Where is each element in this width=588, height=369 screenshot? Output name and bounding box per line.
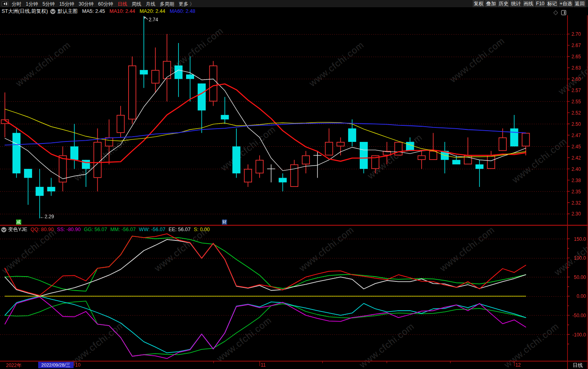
indicator-param: MM: -56.07: [110, 227, 135, 232]
price-axis-label: 2.32: [572, 200, 586, 206]
chevron-down-icon[interactable]: [50, 9, 55, 14]
main-overlay-label[interactable]: 默认主图: [57, 8, 78, 15]
period-tab-更多 〉[interactable]: 更多 〉: [178, 1, 194, 7]
period-tab-月线[interactable]: 月线: [145, 1, 155, 7]
period-tab-日线[interactable]: 日线: [117, 1, 127, 7]
ma-label: MA10: 2.44: [109, 8, 135, 14]
indicator-param: SS: -80.90: [57, 227, 81, 232]
period-tab-60分钟[interactable]: 60分钟: [98, 1, 113, 7]
price-axis-label: 2.47: [572, 133, 586, 138]
toolbar-button-F10[interactable]: F10: [535, 0, 545, 7]
price-axis-label: 2.52: [572, 110, 586, 116]
indicator-axis-label: -100.0: [568, 332, 586, 338]
period-toolbar: 分时1分钟5分钟15分钟30分钟60分钟日线周线月线多周期更多 〉 复权叠加历史…: [0, 0, 588, 7]
toolbar-button-+自选[interactable]: +自选: [559, 0, 573, 7]
split-panel-icon[interactable]: [561, 10, 566, 17]
price-axis-label: 2.45: [572, 144, 586, 150]
symbol-bar: ST大洲(日线,前复权) 默认主图 MA5: 2.45MA10: 2.44MA2…: [0, 7, 588, 15]
price-axis-label: 2.67: [572, 43, 586, 48]
ma-value-labels: MA5: 2.45MA10: 2.44MA20: 2.44MA60: 2.48: [78, 8, 195, 14]
symbol-title: ST大洲(日线,前复权): [2, 8, 48, 15]
indicator-param: S: 0.00: [194, 227, 210, 232]
event-badge-财[interactable]: 财: [222, 219, 227, 225]
price-axis-label: 2.30: [572, 211, 586, 217]
indicator-param: WW: -56.07: [139, 227, 166, 232]
period-tab-周线[interactable]: 周线: [131, 1, 141, 7]
indicator-name[interactable]: 变色YJE: [8, 226, 27, 233]
price-axis-label: 2.38: [572, 178, 586, 183]
price-axis-label: 2.63: [572, 65, 586, 71]
ma-label: MA5: 2.45: [82, 8, 105, 14]
indicator-params: QQ: 80.90SS: -80.90GG: 56.07MM: -56.07WW…: [27, 227, 210, 232]
indicator-axis-label: 50.00: [568, 275, 586, 280]
ma-label: MA60: 2.48: [170, 8, 195, 14]
toolbar-button-统计[interactable]: 统计: [510, 0, 522, 7]
toolbar-button-叠加[interactable]: 叠加: [485, 0, 497, 7]
toolbar-button-历史[interactable]: 历史: [498, 0, 509, 7]
event-badge-减[interactable]: 减: [16, 219, 21, 225]
indicator-param: GG: 56.07: [84, 227, 107, 232]
indicator-axis-label: 100.0: [568, 255, 586, 261]
first-bar-date-box: 2022/09/28/三: [38, 362, 74, 368]
period-tab-多周期[interactable]: 多周期: [160, 1, 174, 7]
price-axis-label: 2.40: [572, 166, 586, 172]
price-axis-label: 2.65: [572, 54, 586, 59]
period-tab-30分钟[interactable]: 30分钟: [79, 1, 94, 7]
price-axis-label: 2.60: [572, 76, 586, 82]
toolbar-button-画线[interactable]: 画线: [522, 0, 534, 7]
month-mark: 11: [261, 362, 266, 368]
period-label: 日线: [573, 362, 583, 369]
period-tab-5分钟[interactable]: 5分钟: [43, 1, 55, 7]
diamond-icon[interactable]: [553, 10, 558, 17]
toolbar-button-复权[interactable]: 复权: [473, 0, 484, 7]
collapse-panel-icon[interactable]: [2, 1, 8, 6]
time-axis-bar: 2022年 2022/09/28/三 101112 日线: [0, 361, 588, 369]
month-mark: 10: [75, 362, 80, 368]
indicator-param: EE: 56.07: [168, 227, 191, 232]
chart-canvas[interactable]: [0, 0, 588, 369]
price-axis-label: 2.50: [572, 121, 586, 127]
price-axis-label: 2.35: [572, 189, 586, 195]
indicator-axis-label: 0.00: [568, 293, 586, 299]
ma-label: MA20: 2.44: [139, 8, 165, 14]
period-tab-15分钟[interactable]: 15分钟: [59, 1, 74, 7]
month-mark: 12: [515, 362, 520, 368]
indicator-axis-label: 150.0: [568, 236, 586, 242]
indicator-chevron-down-icon[interactable]: [1, 227, 6, 232]
indicator-param: QQ: 80.90: [31, 227, 54, 232]
period-tab-分时[interactable]: 分时: [12, 1, 21, 7]
toolbar-button-标记[interactable]: 标记: [546, 0, 558, 7]
price-axis-label: 2.57: [572, 88, 586, 93]
indicator-axis-label: -50.00: [568, 313, 586, 318]
year-label: 2022年: [6, 362, 22, 369]
toolbar-buttons: 复权叠加历史统计画线F10标记+自选返回: [472, 0, 586, 7]
toolbar-button-返回[interactable]: 返回: [574, 0, 586, 7]
price-axis-label: 2.55: [572, 99, 586, 105]
price-annotation: 2.74: [149, 17, 158, 23]
chart-corner-icons: [553, 10, 566, 17]
app-window: 分时1分钟5分钟15分钟30分钟60分钟日线周线月线多周期更多 〉 复权叠加历史…: [0, 0, 588, 369]
period-tabs: 分时1分钟5分钟15分钟30分钟60分钟日线周线月线多周期更多 〉: [12, 0, 199, 8]
price-annotation: ←2.29: [40, 214, 54, 219]
price-axis-label: 2.42: [572, 155, 586, 161]
indicator-header: 变色YJE QQ: 80.90SS: -80.90GG: 56.07MM: -5…: [0, 226, 588, 233]
price-axis-label: 2.70: [572, 31, 586, 37]
period-tab-1分钟[interactable]: 1分钟: [26, 1, 38, 7]
